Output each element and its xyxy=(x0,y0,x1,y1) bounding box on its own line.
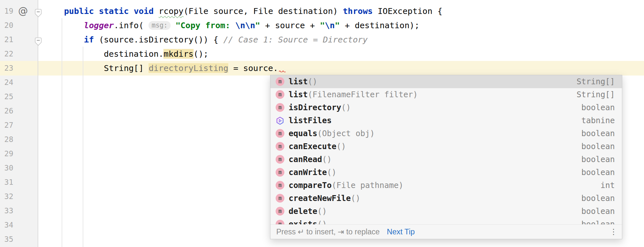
line-number-21[interactable]: 21 xyxy=(0,32,13,47)
parameter-hint: msg: xyxy=(149,21,170,30)
code-line-20[interactable]: logger.info( msg: "Copy from: \n\n" + so… xyxy=(44,18,419,32)
fold-collapse-icon[interactable] xyxy=(35,9,42,18)
code-line-23[interactable]: String[] directoryListing = source. xyxy=(44,61,286,75)
code-token: directoryListing xyxy=(149,63,228,73)
completion-item-params: () xyxy=(322,155,332,164)
completion-hint-text: Press ↵ to insert, ⇥ to replace xyxy=(276,227,380,236)
completion-item-isDirectory[interactable]: misDirectory()boolean xyxy=(270,101,622,114)
line-number-30[interactable]: 30 xyxy=(0,161,13,175)
line-number-29[interactable]: 29 xyxy=(0,147,13,161)
line-number-19[interactable]: 19 xyxy=(0,4,13,18)
tabnine-icon xyxy=(276,116,284,125)
completion-item-name: createNewFile() xyxy=(289,192,360,205)
code-token: " xyxy=(320,20,325,30)
completion-item-name: list() xyxy=(289,75,317,88)
completion-item-params: () xyxy=(337,142,346,151)
line-number-34[interactable]: 34 xyxy=(0,218,13,232)
completion-item-canRead[interactable]: mcanRead()boolean xyxy=(270,153,622,166)
code-token: (); xyxy=(194,49,209,59)
method-icon: m xyxy=(276,77,284,86)
method-icon: m xyxy=(276,181,284,190)
completion-item-createNewFile[interactable]: mcreateNewFile()boolean xyxy=(270,192,622,205)
code-token: " xyxy=(255,20,260,30)
method-icon: m xyxy=(276,142,284,151)
completion-item-name: isDirectory() xyxy=(289,101,351,114)
code-token: \n xyxy=(325,20,335,30)
code-token xyxy=(44,20,84,30)
code-token: mkdirs xyxy=(163,49,193,59)
line-number-25[interactable]: 25 xyxy=(0,89,13,104)
code-token: "Copy from: xyxy=(175,20,235,30)
completion-popup: mlist()String[]mlist(FilenameFilter filt… xyxy=(270,75,622,239)
completion-item-name: canExecute() xyxy=(289,140,346,153)
completion-item-name: listFiles xyxy=(289,114,332,127)
code-token: IOException { xyxy=(373,6,442,16)
code-token: + destination); xyxy=(340,20,420,30)
line-number-28[interactable]: 28 xyxy=(0,132,13,147)
line-number-26[interactable]: 26 xyxy=(0,104,13,118)
completion-item-name: compareTo(File pathname) xyxy=(289,179,403,192)
code-token: (File source, File destination) xyxy=(184,6,343,16)
completion-list: mlist()String[]mlist(FilenameFilter filt… xyxy=(270,75,622,225)
line-number-22[interactable]: 22 xyxy=(0,47,13,61)
code-token: \n\n xyxy=(235,20,255,30)
completion-item-params: (File pathname) xyxy=(332,181,403,190)
code-line-21[interactable]: if (source.isDirectory()) { // Case 1: S… xyxy=(44,32,368,47)
indent-guide xyxy=(83,47,83,247)
completion-item-name: equals(Object obj) xyxy=(289,127,375,140)
method-icon: m xyxy=(276,103,284,112)
code-line-22[interactable]: destination.mkdirs(); xyxy=(44,47,209,61)
code-token: (source.isDirectory()) { xyxy=(94,35,223,44)
code-token: + source + xyxy=(260,20,320,30)
line-number-23[interactable]: 23 xyxy=(0,61,13,75)
method-icon: m xyxy=(276,129,284,138)
completion-item-canWrite[interactable]: mcanWrite()boolean xyxy=(270,166,622,179)
code-token: " xyxy=(335,20,340,30)
completion-item-name: canWrite() xyxy=(289,166,337,179)
line-number-32[interactable]: 32 xyxy=(0,189,13,204)
code-token: throws xyxy=(343,6,373,16)
method-icon: m xyxy=(276,207,284,216)
line-number-24[interactable]: 24 xyxy=(0,75,13,89)
next-tip-link[interactable]: Next Tip xyxy=(387,228,415,236)
completion-item-name: list(FilenameFilter filter) xyxy=(289,88,418,101)
completion-item-type: boolean xyxy=(581,192,615,205)
line-number-27[interactable]: 27 xyxy=(0,118,13,132)
code-token: if xyxy=(84,35,94,44)
completion-item-name: canRead() xyxy=(289,153,332,166)
code-token xyxy=(44,35,84,44)
completion-item-type: String[] xyxy=(577,88,615,101)
completion-item-exists[interactable]: mexists()boolean xyxy=(270,218,622,225)
completion-item-type: int xyxy=(601,179,615,192)
completion-item-name: delete() xyxy=(289,205,327,218)
completion-item-canExecute[interactable]: mcanExecute()boolean xyxy=(270,140,622,153)
code-token: = source. xyxy=(228,63,278,73)
completion-item-params: () xyxy=(351,194,361,203)
completion-item-params: (FilenameFilter filter) xyxy=(308,90,418,99)
annotation-gutter-icon[interactable]: @ xyxy=(18,4,28,18)
completion-item-delete[interactable]: mdelete()boolean xyxy=(270,205,622,218)
completion-item-params: (Object obj) xyxy=(317,129,375,138)
completion-item-type: boolean xyxy=(581,101,615,114)
code-token: public xyxy=(64,6,94,16)
completion-footer: Press ↵ to insert, ⇥ to replace Next Tip… xyxy=(270,224,622,239)
method-icon: m xyxy=(276,194,284,203)
completion-item-type: boolean xyxy=(581,166,615,179)
line-number-35[interactable]: 35 xyxy=(0,232,13,246)
completion-item-listFiles[interactable]: listFilestabnine xyxy=(270,114,622,127)
completion-item-list[interactable]: mlist()String[] xyxy=(270,75,622,88)
code-line-19[interactable]: public static void rcopy(File source, Fi… xyxy=(44,4,442,18)
line-number-20[interactable]: 20 xyxy=(0,18,13,32)
completion-item-params: () xyxy=(327,168,337,177)
code-token xyxy=(154,6,159,16)
completion-item-list[interactable]: mlist(FilenameFilter filter)String[] xyxy=(270,88,622,101)
completion-item-equals[interactable]: mequals(Object obj)boolean xyxy=(270,127,622,140)
line-number-33[interactable]: 33 xyxy=(0,204,13,218)
completion-item-type: boolean xyxy=(581,140,615,153)
completion-item-compareTo[interactable]: mcompareTo(File pathname)int xyxy=(270,179,622,192)
fold-collapse-icon[interactable] xyxy=(35,37,42,46)
code-token: static xyxy=(99,6,129,16)
line-number-31[interactable]: 31 xyxy=(0,175,13,189)
more-options-icon[interactable]: ⋮ xyxy=(610,227,617,236)
code-token: logger xyxy=(84,20,114,30)
